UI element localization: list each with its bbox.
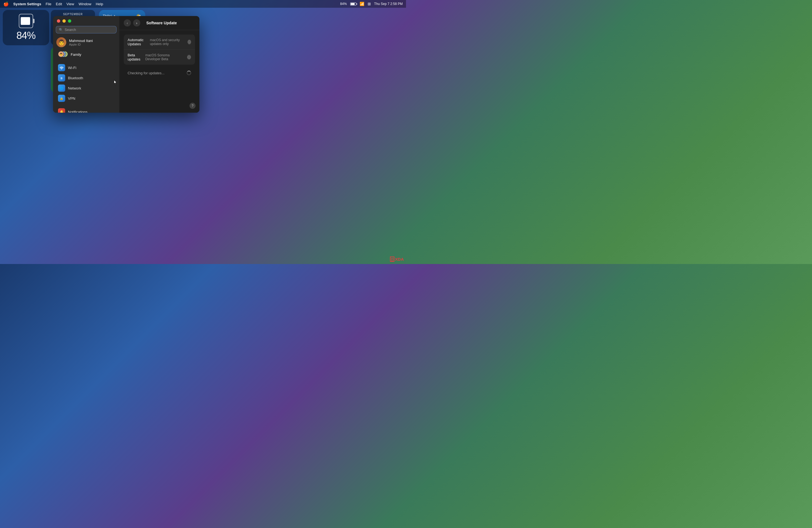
menubar-file[interactable]: File	[46, 2, 52, 6]
menubar-app-name[interactable]: System Settings	[13, 2, 41, 6]
wifi-icon	[58, 64, 65, 71]
minimize-button[interactable]	[62, 19, 66, 23]
calendar-month: SEPTEMBER	[54, 13, 92, 16]
sidebar: 🔍 👨 Mahmoud Itani Apple ID 👨 👩 👦 Family	[53, 16, 119, 113]
spinner	[187, 71, 191, 75]
menubar-edit[interactable]: Edit	[56, 2, 62, 6]
search-icon: 🔍	[59, 28, 63, 32]
traffic-lights	[53, 16, 119, 25]
avatar: 👨	[56, 37, 66, 47]
automatic-updates-info[interactable]: ⓘ	[188, 40, 191, 44]
sidebar-label-wifi: Wi-Fi	[68, 66, 76, 70]
family-label: Family	[71, 53, 81, 57]
sidebar-item-wifi[interactable]: Wi-Fi	[55, 63, 118, 73]
page-title: Software Update	[143, 21, 195, 25]
beta-updates-label: Beta updates	[128, 53, 145, 61]
automatic-updates-label: Automatic Updates	[128, 38, 150, 46]
menubar-left: 🍎 System Settings File Edit View Window …	[3, 1, 103, 6]
menubar-view[interactable]: View	[67, 2, 74, 6]
apple-menu[interactable]: 🍎	[3, 1, 9, 6]
automatic-updates-value: macOS and security updates only ⓘ	[150, 38, 191, 46]
user-info: Mahmoud Itani Apple ID	[69, 39, 93, 46]
search-bar[interactable]: 🔍	[56, 26, 117, 33]
battery-percent-menu: 84%	[340, 2, 347, 6]
sidebar-item-family[interactable]: 👨 👩 👦 Family	[55, 49, 118, 59]
forward-button[interactable]: ›	[133, 19, 140, 27]
vpn-icon: 🔒	[58, 95, 65, 102]
sidebar-item-network[interactable]: 🌐 Network	[55, 83, 118, 93]
battery-fill-large	[21, 17, 30, 25]
battery-icon-large	[19, 14, 33, 28]
xda-logo: [] XDA	[390, 256, 404, 262]
beta-updates-info[interactable]: ⓘ	[187, 55, 191, 60]
settings-window: 🔍 👨 Mahmoud Itani Apple ID 👨 👩 👦 Family	[53, 16, 199, 113]
user-sub: Apple ID	[69, 43, 93, 46]
datetime-label: Thu Sep 7 2:58 PM	[374, 2, 403, 6]
automatic-updates-row[interactable]: Automatic Updates macOS and security upd…	[124, 34, 195, 50]
sidebar-item-bluetooth[interactable]: ʙ Bluetooth	[55, 73, 118, 83]
content-area: Automatic Updates macOS and security upd…	[119, 30, 199, 113]
battery-icon-menu	[350, 2, 356, 5]
checking-row: Checking for updates...	[124, 68, 195, 78]
sidebar-label-network: Network	[68, 86, 81, 90]
sidebar-label-bluetooth: Bluetooth	[68, 76, 83, 80]
sidebar-section-notifications: 🔔 Notifications 🔊 Sound 🌙 Focus 📱 Screen…	[53, 107, 119, 113]
menubar-window[interactable]: Window	[78, 2, 91, 6]
user-name: Mahmoud Itani	[69, 39, 93, 43]
bluetooth-icon: ʙ	[58, 74, 65, 82]
main-content: ‹ › Software Update Automatic Updates ma…	[119, 16, 199, 113]
battery-percent-large: 84%	[16, 30, 35, 41]
family-avatar-1: 👨	[58, 51, 64, 57]
notifications-icon: 🔔	[58, 108, 65, 113]
maximize-button[interactable]	[68, 19, 71, 23]
search-input[interactable]	[64, 28, 114, 32]
family-avatars: 👨 👩 👦	[58, 51, 68, 58]
menubar-help[interactable]: Help	[96, 2, 103, 6]
help-button[interactable]: ?	[189, 103, 195, 109]
beta-updates-value: macOS Sonoma Developer Beta ⓘ	[145, 53, 191, 61]
sidebar-item-vpn[interactable]: 🔒 VPN	[55, 93, 118, 103]
control-center-icon[interactable]: ⊞	[367, 2, 371, 6]
menubar: 🍎 System Settings File Edit View Window …	[0, 0, 406, 8]
beta-updates-row[interactable]: Beta updates macOS Sonoma Developer Beta…	[124, 50, 195, 64]
battery-fill-menu	[351, 3, 354, 5]
title-bar: ‹ › Software Update	[119, 16, 199, 30]
network-icon: 🌐	[58, 85, 65, 92]
checking-text: Checking for updates...	[128, 71, 164, 75]
user-profile-item[interactable]: 👨 Mahmoud Itani Apple ID	[53, 35, 119, 49]
battery-widget: 84%	[3, 10, 49, 45]
close-button[interactable]	[57, 19, 60, 23]
sidebar-item-notifications[interactable]: 🔔 Notifications	[55, 107, 118, 113]
sidebar-label-vpn: VPN	[68, 97, 75, 101]
sidebar-label-notifications: Notifications	[68, 110, 88, 113]
updates-settings-group: Automatic Updates macOS and security upd…	[124, 34, 195, 64]
back-button[interactable]: ‹	[124, 19, 131, 27]
sidebar-section-network: Wi-Fi ʙ Bluetooth 🌐 Network 🔒 VPN	[53, 63, 119, 104]
menubar-right: 84% 📶 ⊞ Thu Sep 7 2:58 PM	[340, 2, 403, 6]
wifi-menu-icon[interactable]: 📶	[360, 2, 364, 6]
